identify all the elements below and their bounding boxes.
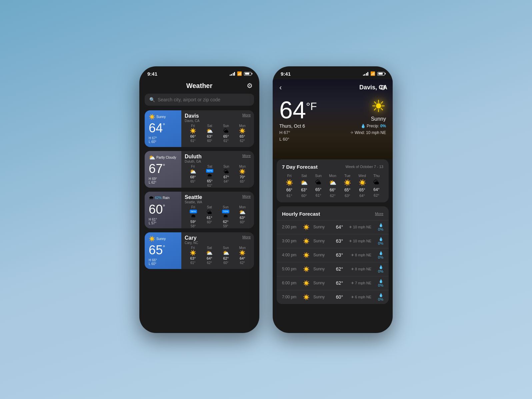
card-hl: H 69° L 62°: [149, 177, 177, 184]
hourly-row: 4:00 pm ☀️ Sunny 63° ✈ 8 mph NE 💧0%: [277, 248, 389, 262]
more-link[interactable]: More: [242, 194, 251, 198]
city-sub: Davis, CA: [185, 119, 199, 123]
app-title: Weather: [186, 82, 213, 90]
seven-day-col: Thu 🌥 64° 62°: [373, 174, 380, 198]
cond-text: Sunny: [156, 115, 166, 119]
hourly-rows: 2:00 pm ☀️ Sunny 64° ✈ 10 mph NE 💧0% 3:0…: [277, 220, 389, 304]
more-link[interactable]: More: [242, 113, 251, 117]
forecast-days: Fri 58% 🌧 59° 58° Sat 🌥 61° 60° Sun: [185, 205, 251, 228]
city-name: Seattle: [185, 194, 202, 200]
city-name: Cary: [185, 235, 198, 241]
condition-row: ☀️ Sunny: [149, 114, 177, 120]
seven-day-col: Mon ⛅ 66° 62°: [329, 174, 336, 198]
condition-row: ⛅ Partly Cloudy: [149, 154, 177, 161]
seven-day-forecast: 7 Day Forecast Week of October 7 - 13 Fr…: [277, 159, 389, 202]
detail-settings-button[interactable]: ⚙: [379, 82, 387, 93]
city-sub: Duluth, GA: [185, 160, 202, 163]
card-right-header: Duluth Duluth, GA More: [185, 154, 251, 163]
card-temp: 64°: [149, 122, 177, 134]
status-bar-left: 9:41 📶: [139, 66, 259, 79]
card-right-header: Seattle Seattle, WA More: [185, 194, 251, 204]
card-left: 🌧 62% Rain 60° H 61° L 57°: [145, 192, 181, 228]
hourly-title: Hourly Forecast: [282, 211, 320, 217]
wind-value: 10 mph NE: [366, 130, 386, 135]
precip-value: 0%: [380, 124, 386, 128]
hourly-row: 2:00 pm ☀️ Sunny 64° ✈ 10 mph NE 💧0%: [277, 220, 389, 234]
card-temp: 67°: [149, 162, 177, 175]
sun-icon: ☀: [350, 98, 386, 115]
detail-background: ‹ Davis, CA ⚙ 64°F Thurs, Oct 6 H 67° L …: [273, 79, 393, 159]
forecast-subtitle: Week of October 7 - 13: [345, 165, 383, 169]
current-temp: 64°F: [279, 98, 317, 122]
forecast-days: Fri ☀️ 63° 61° Sat ⛅ 64° 62° Sun: [185, 246, 251, 265]
app-header: Weather ⚙: [139, 79, 259, 94]
search-bar[interactable]: 🔍: [145, 94, 254, 106]
cond-icon: ⛅: [149, 154, 155, 161]
forecast-day: Sat 🌥 61° 60°: [207, 205, 212, 228]
cond-text: Rain: [163, 196, 170, 200]
seven-day-grid: Fri ☀️ 66° 61° Sat ⛅ 63° 60° Sun 🌥 65° 6…: [282, 174, 383, 198]
wifi-icon-right: 📶: [370, 71, 375, 76]
search-icon: 🔍: [149, 97, 155, 102]
card-right: Cary Cary, NC More Fri ☀️ 63° 61° Sat: [181, 232, 254, 269]
forecast-header: 7 Day Forecast Week of October 7 - 13: [282, 164, 383, 170]
status-icons-left: 📶: [230, 71, 252, 76]
cond-icon: ☀️: [149, 236, 155, 242]
forecast-day: Sun 🌥 65° 61°: [223, 124, 229, 143]
search-input[interactable]: [158, 97, 249, 102]
city-sub: Seattle, WA: [185, 200, 202, 204]
left-content: 🔍 ☀️ Sunny 64° H 67° L 60° Davis Davis, …: [139, 94, 259, 269]
hourly-header: Hourly Forecast More: [277, 206, 389, 220]
status-icons-right: 📶: [363, 71, 385, 76]
forecast-day: Sat ⛅ 64° 62°: [206, 246, 213, 265]
forecast-day: Mon ⛅ 63° 60°: [239, 205, 246, 228]
cond-text: Sunny: [156, 237, 166, 241]
card-temp: 65°: [149, 244, 177, 256]
settings-button[interactable]: ⚙: [245, 80, 254, 91]
more-link[interactable]: More: [242, 235, 251, 239]
city-sub: Cary, NC: [185, 241, 198, 245]
right-phone: 9:41 📶 ‹ Davis, CA ⚙ 64°F Thu: [273, 66, 393, 333]
card-temp: 60°: [149, 203, 177, 216]
seven-day-col: Sat ⛅ 63° 60°: [300, 174, 308, 198]
hourly-more-link[interactable]: More: [375, 212, 383, 216]
forecast-day: Sat 50% 🌧 65° 61°: [206, 165, 213, 187]
back-button[interactable]: ‹: [278, 82, 283, 93]
forecast-day: Mon ☀️ 70° 65°: [239, 165, 246, 187]
card-seattle[interactable]: 🌧 62% Rain 60° H 61° L 57° Seattle Seatt…: [145, 192, 254, 228]
weather-meta: 💧 Precip: 0% ✈ Wind: 10 mph NE: [350, 123, 386, 136]
card-duluth[interactable]: ⛅ Partly Cloudy 67° H 69° L 62° Duluth D…: [145, 151, 254, 188]
more-link[interactable]: More: [242, 154, 251, 158]
detail-main: 64°F Thurs, Oct 6 H 67° L 60° ☀ Sunny 💧 …: [273, 95, 393, 148]
card-left: ⛅ Partly Cloudy 67° H 69° L 62°: [145, 151, 181, 188]
time-right: 9:41: [281, 71, 291, 77]
card-right-header: Cary Cary, NC More: [185, 235, 251, 245]
forecast-day: Fri ☀️ 63° 61°: [190, 246, 196, 265]
battery-icon-right: [377, 72, 385, 76]
city-name: Duluth: [185, 154, 202, 160]
condition-row: ☀️ Sunny: [149, 236, 177, 242]
card-hl: H 67° L 60°: [149, 136, 177, 144]
card-davis[interactable]: ☀️ Sunny 64° H 67° L 60° Davis Davis, CA…: [145, 110, 254, 147]
forecast-days: Fri ⛅ 68° 65° Sat 50% 🌧 65° 61° Sun: [185, 165, 251, 187]
forecast-day: Sun 🌥 67° 64°: [223, 165, 229, 187]
seven-day-col: Fri ☀️ 66° 61°: [286, 174, 293, 198]
card-hl: H 66° L 60°: [149, 258, 177, 266]
card-left: ☀️ Sunny 64° H 67° L 60°: [145, 110, 181, 147]
current-date: Thurs, Oct 6: [279, 123, 317, 129]
seven-day-col: Tue ☀️ 65° 63°: [344, 174, 351, 198]
high-low: H 67° L 60°: [279, 129, 317, 143]
hourly-forecast: Hourly Forecast More 2:00 pm ☀️ Sunny 64…: [277, 206, 389, 304]
hourly-row: 7:00 pm ☀️ Sunny 60° ✈ 6 mph NE 💧0%: [277, 290, 389, 304]
signal-icon: [230, 72, 235, 76]
hourly-row: 5:00 pm ☀️ Sunny 62° ✈ 8 mph NE 💧0%: [277, 262, 389, 276]
card-right: Davis Davis, CA More Fri ☀️ 66° 61° Sat: [181, 110, 254, 147]
precip-label: Precip:: [367, 124, 380, 128]
card-cary[interactable]: ☀️ Sunny 65° H 66° L 60° Cary Cary, NC M…: [145, 232, 254, 269]
left-phone: 9:41 📶 Weather ⚙ 🔍 ☀️ Sunny: [139, 66, 259, 333]
forecast-day: Fri ☀️ 66° 61°: [190, 124, 196, 143]
hourly-row: 3:00 pm ☀️ Sunny 63° ✈ 10 mph NE 💧0%: [277, 234, 389, 248]
card-left: ☀️ Sunny 65° H 66° L 60°: [145, 232, 181, 269]
cond-text: Partly Cloudy: [156, 156, 176, 159]
card-hl: H 61° L 57°: [149, 218, 177, 225]
